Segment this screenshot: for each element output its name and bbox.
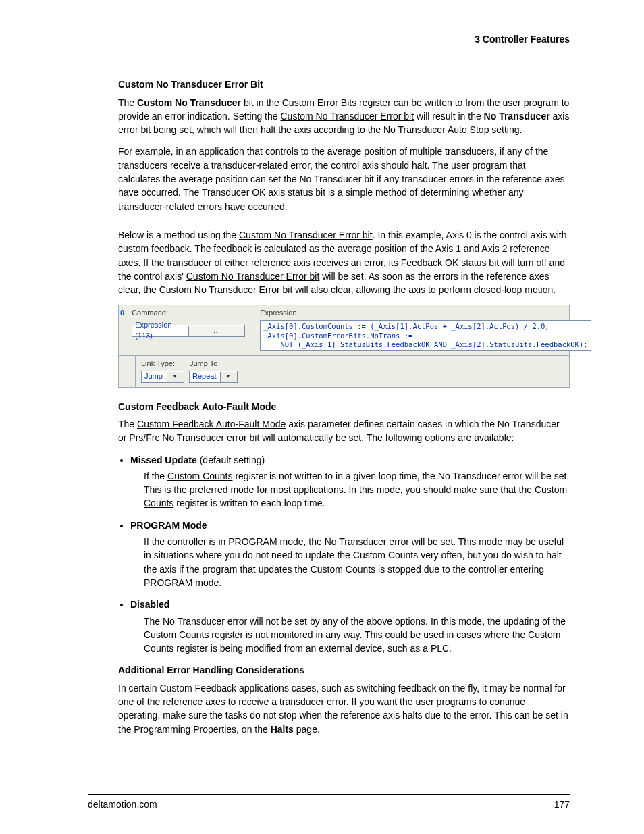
text: bit in the bbox=[241, 97, 282, 108]
link-custom-feedback-autofault-mode[interactable]: Custom Feedback Auto-Fault Mode bbox=[137, 419, 286, 429]
step-editor: 0 Command: Expression (113) … Expression bbox=[118, 305, 570, 387]
text: In certain Custom Feedback applications … bbox=[118, 683, 568, 735]
text: register is written to each loop time. bbox=[173, 498, 325, 509]
chevron-down-icon: ▾ bbox=[220, 372, 237, 382]
text-bold: Custom No Transducer bbox=[137, 97, 241, 108]
link-custom-error-bits[interactable]: Custom Error Bits bbox=[282, 97, 356, 108]
link-type-value: Jump bbox=[142, 371, 167, 382]
item-title: Disabled bbox=[130, 599, 169, 610]
expression-label: Expression bbox=[260, 308, 591, 319]
link-custom-no-transducer-error-bit[interactable]: Custom No Transducer Error bit bbox=[239, 230, 373, 240]
command-label: Command: bbox=[132, 308, 260, 319]
step-number: 0 bbox=[119, 305, 126, 355]
item-title: PROGRAM Mode bbox=[130, 520, 207, 531]
footer-site: deltamotion.com bbox=[88, 798, 157, 811]
item-desc: If the Custom Counts register is not wri… bbox=[144, 469, 570, 511]
sec3-para1: In certain Custom Feedback applications … bbox=[118, 681, 570, 736]
item-desc: If the controller is in PROGRAM mode, th… bbox=[144, 535, 570, 590]
text: will also clear, allowing the axis to pe… bbox=[292, 284, 556, 295]
text: If the bbox=[144, 471, 167, 481]
link-custom-no-transducer-error-bit[interactable]: Custom No Transducer Error bit bbox=[186, 271, 320, 282]
text: page. bbox=[294, 724, 320, 735]
text-bold: Halts bbox=[271, 724, 294, 735]
heading-custom-feedback-autofault: Custom Feedback Auto-Fault Mode bbox=[118, 400, 570, 413]
item-title: Missed Update bbox=[130, 454, 197, 465]
item-suffix: (default setting) bbox=[197, 454, 265, 465]
command-value: Expression (113) bbox=[132, 320, 188, 342]
heading-custom-no-transducer: Custom No Transducer Error Bit bbox=[118, 78, 570, 91]
text: The bbox=[118, 97, 137, 108]
link-custom-counts[interactable]: Custom Counts bbox=[167, 471, 232, 481]
expression-textbox[interactable]: _Axis[0].CustomCounts := (_Axis[1].ActPo… bbox=[260, 320, 591, 350]
heading-additional-error-handling: Additional Error Handling Considerations bbox=[118, 663, 570, 677]
item-desc: The No Transducer error will not be set … bbox=[144, 615, 570, 656]
page-content: Custom No Transducer Error Bit The Custo… bbox=[88, 78, 570, 736]
link-custom-no-transducer-error-bit[interactable]: Custom No Transducer Error bit bbox=[280, 111, 414, 122]
link-custom-no-transducer-error-bit[interactable]: Custom No Transducer Error bit bbox=[159, 284, 293, 295]
chevron-down-icon: ▾ bbox=[167, 372, 184, 382]
jump-to-value: Repeat bbox=[190, 371, 220, 382]
jump-to-dropdown[interactable]: Repeat ▾ bbox=[189, 371, 238, 383]
command-field[interactable]: Expression (113) … bbox=[132, 325, 245, 337]
step-spacer bbox=[119, 356, 136, 387]
list-item-disabled: Disabled The No Transducer error will no… bbox=[130, 598, 570, 655]
link-feedback-ok-status-bit[interactable]: Feedback OK status bit bbox=[401, 257, 500, 268]
footer-page-number: 177 bbox=[554, 798, 570, 811]
jump-to-label: Jump To bbox=[190, 359, 217, 369]
list-item-missed-update: Missed Update (default setting) If the C… bbox=[130, 453, 570, 511]
text: will result in the bbox=[414, 111, 483, 122]
sec2-para1: The Custom Feedback Auto-Fault Mode axis… bbox=[118, 417, 570, 445]
text-bold: No Transducer bbox=[484, 111, 550, 122]
sec1-para1: The Custom No Transducer bit in the Cust… bbox=[118, 96, 570, 137]
page-footer: deltamotion.com 177 bbox=[88, 794, 570, 811]
page-header-chapter: 3 Controller Features bbox=[88, 32, 570, 49]
list-item-program-mode: PROGRAM Mode If the controller is in PRO… bbox=[130, 519, 570, 590]
text: The bbox=[118, 419, 137, 429]
sec1-para2: For example, in an application that cont… bbox=[118, 145, 570, 213]
link-type-label: Link Type: bbox=[141, 359, 175, 369]
link-type-dropdown[interactable]: Jump ▾ bbox=[141, 371, 184, 383]
text: Below is a method using the bbox=[118, 230, 239, 240]
autofault-options-list: Missed Update (default setting) If the C… bbox=[118, 453, 570, 656]
sec1-para3: Below is a method using the Custom No Tr… bbox=[118, 228, 570, 296]
ellipsis-button[interactable]: … bbox=[188, 326, 245, 336]
